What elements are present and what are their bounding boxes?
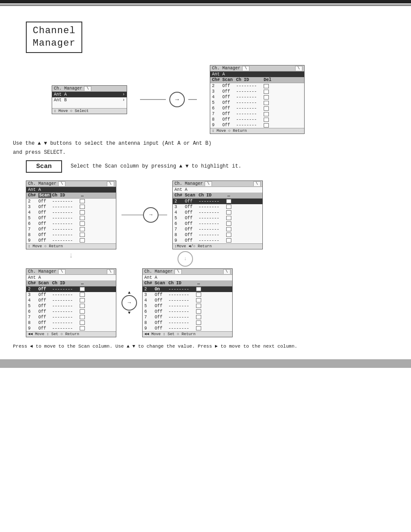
panel-2d-ant: Ant A: [143, 275, 232, 280]
instruction-3: Press ◄ to move to the Scan column. Use …: [13, 342, 398, 351]
instruction-1: Use the ▲ ▼ buttons to select the antenn…: [13, 139, 398, 157]
p2a-r4: 4Off--------: [26, 210, 116, 215]
r1-row-4: 4Off--------: [210, 94, 304, 100]
arrow-line-1b: [188, 99, 197, 100]
r1-row-6: 6Off--------: [210, 106, 304, 111]
bottom-bar: [0, 359, 411, 368]
panel-2b-ant: Ant A: [173, 187, 262, 193]
panel-1-right: Ch. Manager \ \ Ant A Ch# Scan Ch ID Del…: [210, 65, 305, 134]
p2a-r6: 6Off--------: [26, 221, 116, 227]
panel-1-left-row-empty: [52, 103, 127, 108]
panel-2b-bottom: ↕Move ◄/○ Return: [173, 243, 262, 249]
p2b-r9: 9Off--------: [173, 238, 262, 243]
panel-1-left-row-anta: Ant A ›: [52, 92, 127, 97]
panel-2c-title: Ch. Manager \ \: [26, 269, 116, 275]
p2b-r4: 4Off--------: [173, 210, 262, 215]
panel-2c-header: Ch# Scan Ch ID …: [26, 280, 116, 286]
r1-row-3: 3Off--------: [210, 89, 304, 94]
p2a-r8: 8Off--------: [26, 232, 116, 238]
panel-2d-bottom: ◄◄ Move ↕ Set ○ Return: [143, 331, 232, 337]
panel-2b-header: Ch# Scan Ch ID …: [173, 193, 262, 199]
arrow-circle-2: →: [143, 207, 159, 223]
mid-arrows: ↓ ↓: [26, 251, 230, 267]
p2c-r2: 2Off--------: [26, 286, 116, 292]
r1-row-7: 7Off--------: [210, 111, 304, 117]
p2d-r8: 8Off--------: [143, 320, 232, 326]
panel-1-left-bottom: ↕ Move ○ Select: [52, 108, 127, 114]
p2c-r7: 7Off--------: [26, 314, 116, 320]
arrow-circle-4: →: [121, 295, 137, 311]
p2a-r9: 9Off--------: [26, 238, 116, 243]
p2d-r5: 5Off--------: [143, 303, 232, 309]
panel-2b: Ch. Manager \ \ Ant A Ch# Scan Ch ID … 2…: [172, 180, 263, 249]
panel-1-right-bottom: ↕ Move ○ Return: [210, 128, 304, 134]
panel-1-left-row-antb: Ant B ›: [52, 97, 127, 103]
p2b-r5: 5Off--------: [173, 215, 262, 221]
header-bar: [0, 4, 411, 6]
p2b-r7: 7Off--------: [173, 227, 262, 232]
p2a-r5: 5Off--------: [26, 215, 116, 221]
page-title: ChannelManager: [26, 22, 82, 53]
p2c-r4: 4Off--------: [26, 298, 116, 303]
panel-2d: Ch. Manager \ \ Ant A Ch# Scan Ch ID … 2…: [142, 268, 233, 337]
p2b-r2: 2Off--------: [173, 199, 262, 204]
panel-2a-ant: Ant A: [26, 187, 116, 193]
p2b-r6: 6Off--------: [173, 221, 262, 227]
arrow-circle-3: ↓: [177, 251, 193, 267]
down-arrow-left: ↓: [69, 251, 74, 267]
panel-1-left-tab: \: [84, 86, 91, 91]
panel-1-right-title-row: Ch. Manager \ \: [210, 65, 304, 72]
panel-2a-header: Ch# Scan Ch ID …: [26, 193, 116, 199]
p2c-r6: 6Off--------: [26, 309, 116, 314]
panel-1-left: Ch. Manager \ Ant A › Ant B › ↕ Move ○ S…: [52, 85, 127, 114]
p2c-r5: 5Off--------: [26, 303, 116, 309]
panel-2a-bottom: ↕ Move ○ Return: [26, 243, 116, 249]
r1-row-2: 2Off--------: [210, 83, 304, 89]
p2d-r6: 6Off--------: [143, 309, 232, 314]
arrow-circle-1: →: [169, 92, 185, 107]
r1-row-8: 8Off--------: [210, 117, 304, 122]
panel-2a-title: Ch. Manager \ \: [26, 181, 116, 187]
arrow-line-1: [140, 99, 166, 100]
top-bar: [0, 0, 411, 3]
p2c-r3: 3Off--------: [26, 292, 116, 298]
panel-2c: Ch. Manager \ \ Ant A Ch# Scan Ch ID … 2…: [26, 268, 116, 337]
p2b-r3: 3Off--------: [173, 204, 262, 210]
panel-2d-header: Ch# Scan Ch ID …: [143, 280, 232, 286]
panel-2c-ant: Ant A: [26, 275, 116, 280]
panel-2a: Ch. Manager \ \ Ant A Ch# Scan Ch ID … 2…: [26, 180, 116, 249]
p2d-r3: 3Off--------: [143, 292, 232, 298]
panel-2b-title: Ch. Manager \ \: [173, 181, 262, 187]
r1-row-9: 9Off--------: [210, 122, 304, 128]
p2d-r7: 7Off--------: [143, 314, 232, 320]
flow-arrow-3: ▲ → ▼: [121, 290, 137, 315]
p2d-r9: 9Off--------: [143, 326, 232, 331]
p2c-r9: 9Off--------: [26, 326, 116, 331]
panel-1-right-header: Ch# Scan Ch ID Del: [210, 77, 304, 83]
scan-label-box: Scan: [26, 160, 62, 173]
panel-1-right-ant-row: Ant A: [210, 72, 304, 77]
p2d-r4: 4Off--------: [143, 298, 232, 303]
p2a-r3: 3Off--------: [26, 204, 116, 210]
panel-1-left-title-text: Ch. Manager: [54, 86, 82, 91]
panel-2d-title: Ch. Manager \ \: [143, 269, 232, 275]
instruction-2: Select the Scan column by pressing ▲ ▼ t…: [71, 162, 241, 171]
p2c-r8: 8Off--------: [26, 320, 116, 326]
flow-arrow-2: →: [121, 207, 167, 223]
flow-arrow-1: →: [140, 92, 197, 107]
p2d-r2: 2On--------: [143, 286, 232, 292]
r1-row-5: 5Off--------: [210, 100, 304, 106]
panel-2c-bottom: ◄◄ Move ↕ Set ○ Return: [26, 331, 116, 337]
panel-1-left-title: Ch. Manager \: [52, 86, 127, 92]
p2b-r8: 8Off--------: [173, 232, 262, 238]
p2a-r7: 7Off--------: [26, 227, 116, 232]
p2a-r2: 2Off--------: [26, 199, 116, 204]
